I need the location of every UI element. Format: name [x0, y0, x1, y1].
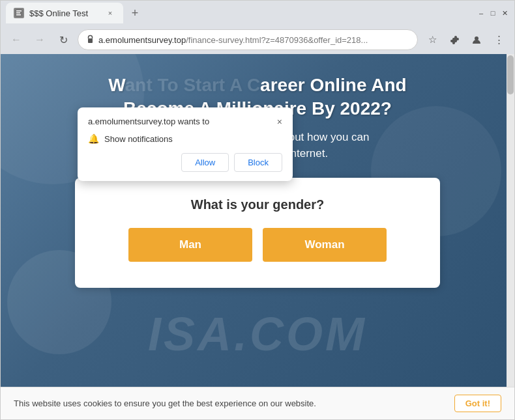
extension-icon[interactable] [445, 31, 464, 49]
scrollbar[interactable] [507, 54, 514, 419]
notification-label: Show notifications [104, 134, 173, 144]
url-domain: a.emolumentsurvey.top [98, 35, 186, 45]
active-tab[interactable]: $$$ Online Test × [6, 3, 123, 23]
menu-icon[interactable]: ⋮ [490, 31, 508, 49]
svg-rect-1 [16, 10, 22, 12]
cookie-text: This website uses cookies to ensure you … [14, 399, 444, 408]
man-button[interactable]: Man [128, 228, 252, 262]
got-it-button[interactable]: Got it! [454, 395, 501, 412]
survey-buttons: Man Woman [101, 228, 414, 262]
popup-header: a.emolumentsurvey.top wants to × [88, 117, 282, 127]
scrollbar-thumb[interactable] [507, 55, 514, 94]
page-content: Want To Start A Career Online And Become… [1, 54, 514, 419]
cookie-bar: This website uses cookies to ensure you … [1, 387, 514, 419]
back-button[interactable]: ← [7, 31, 25, 49]
tab-favicon [14, 8, 24, 18]
svg-rect-2 [16, 12, 20, 14]
allow-button[interactable]: Allow [181, 153, 229, 172]
forward-button[interactable]: → [31, 31, 49, 49]
maximize-button[interactable]: □ [488, 8, 497, 18]
close-window-button[interactable]: ✕ [500, 8, 509, 18]
tab-bar: $$$ Online Test × + [6, 3, 474, 23]
browser-window: $$$ Online Test × + – □ ✕ ← → ↻ a.emolum… [0, 0, 515, 420]
url-text: a.emolumentsurvey.top/finance-survey.htm… [98, 35, 409, 45]
tab-title: $$$ Online Test [29, 8, 100, 18]
lock-icon [86, 35, 95, 46]
popup-close-button[interactable]: × [277, 117, 282, 127]
minimize-button[interactable]: – [477, 8, 486, 18]
tab-close-button[interactable]: × [105, 8, 115, 18]
profile-icon[interactable] [467, 31, 486, 49]
window-controls: – □ ✕ [477, 8, 509, 18]
watermark: ISA.COM [148, 307, 367, 361]
new-tab-button[interactable]: + [126, 4, 144, 22]
popup-title: a.emolumentsurvey.top wants to [88, 117, 272, 126]
address-bar: ← → ↻ a.emolumentsurvey.top/finance-surv… [1, 25, 514, 54]
toolbar-icons: ☆ ⋮ [423, 31, 508, 49]
popup-action-buttons: Allow Block [88, 153, 282, 172]
hero-title-partial: Want To Start A Career Online And [108, 75, 406, 95]
url-path: /finance-survey.html?z=4870936&offer_id=… [186, 35, 368, 45]
bookmark-icon[interactable]: ☆ [423, 31, 441, 49]
refresh-button[interactable]: ↻ [54, 31, 72, 49]
svg-rect-3 [16, 14, 21, 16]
url-bar[interactable]: a.emolumentsurvey.top/finance-survey.htm… [78, 29, 418, 50]
block-button[interactable]: Block [234, 153, 282, 172]
survey-card: What is your gender? Man Woman [75, 178, 440, 288]
title-bar: $$$ Online Test × + – □ ✕ [1, 1, 514, 25]
survey-question: What is your gender? [101, 197, 414, 212]
bell-icon: 🔔 [88, 133, 99, 144]
woman-button[interactable]: Woman [263, 228, 387, 262]
notification-popup: a.emolumentsurvey.top wants to × 🔔 Show … [78, 107, 293, 181]
svg-rect-4 [88, 38, 93, 43]
popup-notification-row: 🔔 Show notifications [88, 133, 282, 144]
